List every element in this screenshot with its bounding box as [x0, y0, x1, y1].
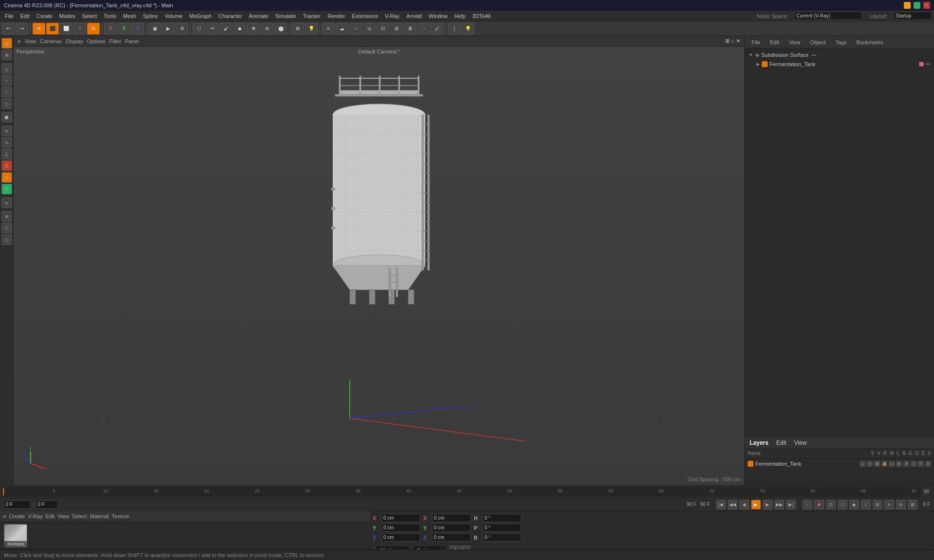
- menu-edit[interactable]: Edit: [18, 12, 33, 20]
- viewport-menu-icon[interactable]: ≡: [18, 38, 20, 44]
- viewport-filter-menu[interactable]: Filter: [109, 38, 121, 44]
- prev-frame-btn[interactable]: ◀◀: [728, 500, 737, 509]
- hair-button[interactable]: |: [448, 23, 461, 35]
- snap-button[interactable]: ⊡: [377, 23, 389, 35]
- viewport-options-menu[interactable]: Options: [87, 38, 106, 44]
- viewport-cameras-menu[interactable]: Cameras: [40, 38, 62, 44]
- menu-volume[interactable]: Volume: [162, 12, 186, 20]
- menu-create[interactable]: Create: [34, 12, 55, 20]
- timeline-cursor[interactable]: [3, 488, 4, 496]
- pencil-button[interactable]: ✏: [206, 23, 219, 35]
- layer-row-tank[interactable]: Fermentation_Tank ● 👁 ▣ 🔒 🏷 ▶ ◆ ⊡ ⊞ ⊠: [745, 458, 934, 469]
- menu-animate[interactable]: Animate: [246, 12, 271, 20]
- sidebar-s3[interactable]: S: [1, 184, 12, 194]
- menu-spline[interactable]: Spline: [140, 12, 161, 20]
- menu-mesh[interactable]: Mesh: [120, 12, 139, 20]
- layer-tag-btn[interactable]: 🏷: [889, 461, 895, 467]
- key-extra-btn[interactable]: ⊠: [908, 500, 917, 509]
- key-para-btn[interactable]: ≡: [884, 500, 894, 509]
- menu-simulate[interactable]: Simulate: [272, 12, 299, 20]
- tank-dot-1[interactable]: [919, 62, 924, 67]
- menu-mograph[interactable]: MoGraph: [186, 12, 215, 20]
- sidebar-hex2[interactable]: ⬡: [1, 234, 12, 245]
- key-scl-btn[interactable]: ⊞: [873, 500, 882, 509]
- prev-keyframe-btn[interactable]: ◀: [739, 500, 749, 509]
- viewport-view-menu[interactable]: View: [24, 38, 36, 44]
- b-rot-input[interactable]: [483, 533, 521, 542]
- canvas-area[interactable]: Perspective Default Camera:*: [14, 47, 744, 485]
- minimize-button[interactable]: −: [904, 2, 911, 9]
- mode-edit-button[interactable]: ⬜: [60, 23, 72, 35]
- render-active-button[interactable]: ▶: [162, 23, 175, 35]
- auto-key-btn[interactable]: ⏺: [814, 500, 824, 509]
- layers-view-tab[interactable]: View: [792, 438, 808, 447]
- layers-edit-tab[interactable]: Edit: [774, 438, 789, 447]
- play-btn[interactable]: ▶: [751, 500, 761, 509]
- layer-vis-btn[interactable]: 👁: [867, 461, 873, 467]
- maximize-button[interactable]: □: [914, 2, 920, 9]
- x-pos-input[interactable]: [381, 514, 420, 522]
- menu-3dtoall[interactable]: 3DToAll: [469, 12, 494, 20]
- particle-button[interactable]: ❋: [247, 23, 260, 35]
- mat-vray[interactable]: V-Ray: [28, 513, 42, 519]
- timeline-track[interactable]: 0 5 10 15 20 25 30 35 40 45 50 55 60 65 …: [2, 487, 921, 497]
- layout-input[interactable]: [893, 12, 932, 20]
- menu-tools[interactable]: Tools: [101, 12, 119, 20]
- layer-play-btn[interactable]: ▶: [896, 461, 902, 467]
- sidebar-s2[interactable]: S: [1, 172, 12, 183]
- sky-button[interactable]: ☁: [336, 23, 348, 35]
- next-keyframe-btn[interactable]: ▶: [763, 500, 772, 509]
- viewport-close-btn[interactable]: ✕: [736, 38, 740, 44]
- layer-extra-btn3[interactable]: ⊞: [918, 461, 924, 467]
- h-rot-input[interactable]: [483, 514, 521, 522]
- z-scale-input[interactable]: [432, 533, 471, 542]
- mat-material[interactable]: Material: [90, 513, 109, 519]
- grid-button[interactable]: ⊞: [390, 23, 403, 35]
- camera-button[interactable]: ⊞: [291, 23, 304, 35]
- brush-button[interactable]: 🖌: [220, 23, 233, 35]
- sidebar-hex1[interactable]: ⬡: [1, 223, 12, 233]
- sculpt-button[interactable]: ◆: [234, 23, 246, 35]
- sidebar-object-mode[interactable]: ◈: [1, 38, 12, 49]
- menu-arnold[interactable]: Arnold: [403, 12, 425, 20]
- menu-vray[interactable]: V-Ray: [382, 12, 402, 20]
- jump-start-btn[interactable]: |◀: [716, 500, 726, 509]
- sidebar-infinity[interactable]: ∞: [1, 197, 12, 208]
- deformer-button[interactable]: ⊛: [261, 23, 273, 35]
- quantize-button[interactable]: ≣: [404, 23, 416, 35]
- mat-select[interactable]: Select: [72, 513, 87, 519]
- viewport-panel-menu[interactable]: Panel: [125, 38, 139, 44]
- paint-button[interactable]: 🖊: [431, 23, 444, 35]
- menu-select[interactable]: Select: [79, 12, 100, 20]
- key-all-btn[interactable]: ⊡: [826, 500, 836, 509]
- tank-more[interactable]: •••: [926, 62, 930, 67]
- sidebar-measure[interactable]: ℒ: [1, 149, 12, 159]
- tab-edit[interactable]: Edit: [766, 38, 783, 46]
- mat-texture[interactable]: Texture: [112, 513, 129, 519]
- mode-object-button[interactable]: ⬛: [46, 23, 59, 35]
- frame-input[interactable]: [4, 500, 31, 509]
- sidebar-uv[interactable]: ◇: [1, 98, 12, 109]
- close-button[interactable]: ✕: [923, 2, 930, 9]
- y-scale-input[interactable]: [432, 524, 471, 532]
- layer-solo-btn[interactable]: ●: [860, 461, 865, 467]
- environment-button[interactable]: ○: [349, 23, 362, 35]
- sidebar-weight[interactable]: ⬟: [1, 112, 12, 122]
- axis-x-button[interactable]: X: [104, 23, 117, 35]
- menu-extensions[interactable]: Extensions: [349, 12, 381, 20]
- p-rot-input[interactable]: [483, 524, 521, 532]
- sidebar-point[interactable]: □: [1, 87, 12, 97]
- mat-view[interactable]: View: [57, 513, 69, 519]
- tab-view[interactable]: View: [785, 38, 805, 46]
- menu-modes[interactable]: Modes: [56, 12, 78, 20]
- tab-file[interactable]: File: [748, 38, 764, 46]
- sidebar-spline2[interactable]: ∿: [1, 137, 12, 148]
- layer-extra-btn4[interactable]: ⊠: [925, 461, 931, 467]
- subdiv-more[interactable]: •••: [811, 53, 816, 58]
- undo-button[interactable]: ↩: [2, 23, 15, 35]
- jump-end-btn[interactable]: ▶|: [786, 500, 796, 509]
- mode-texture-button[interactable]: ○: [73, 23, 86, 35]
- menu-render[interactable]: Render: [324, 12, 348, 20]
- next-frame-btn[interactable]: ▶▶: [774, 500, 784, 509]
- menu-character[interactable]: Character: [216, 12, 245, 20]
